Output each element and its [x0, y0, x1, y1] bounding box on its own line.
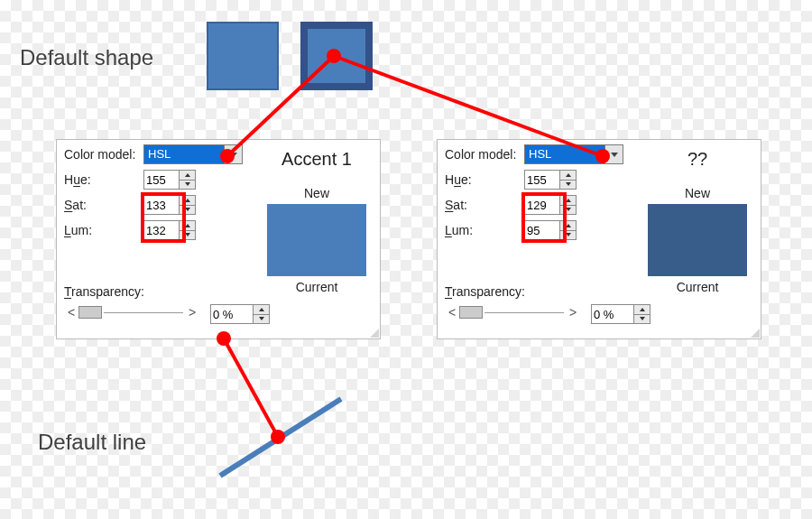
highlight-box-left — [141, 192, 186, 243]
spin-down[interactable] — [560, 181, 577, 190]
transparency-input[interactable] — [591, 304, 634, 324]
new-color-swatch — [648, 204, 747, 276]
lum-label: Lum: — [445, 223, 524, 237]
color-model-label: Color model: — [445, 147, 524, 162]
svg-line-5 — [224, 338, 278, 437]
color-dialog-right: Color model: HSL Hue: Sat: Lum: Transpar… — [437, 139, 761, 339]
lum-label: Lum: — [64, 223, 143, 237]
shape-outline-swatch — [300, 22, 373, 90]
transparency-label: Transparency: — [445, 284, 524, 299]
spin-up[interactable] — [634, 304, 651, 315]
spin-up[interactable] — [560, 170, 577, 181]
spin-down[interactable] — [634, 315, 651, 325]
slider-left-cap[interactable]: < — [64, 305, 78, 320]
slider-right-cap[interactable]: > — [566, 305, 580, 320]
svg-point-6 — [271, 430, 285, 444]
slider-thumb[interactable] — [78, 306, 102, 319]
color-model-select[interactable]: HSL — [524, 144, 623, 164]
current-label: Current — [263, 280, 371, 294]
hue-label: Hue: — [445, 172, 524, 187]
chevron-down-icon — [230, 153, 237, 157]
transparency-spinner[interactable] — [591, 304, 651, 324]
slider-thumb[interactable] — [459, 306, 483, 319]
current-label: Current — [643, 280, 752, 294]
default-line-label: Default line — [38, 430, 146, 455]
sat-label: Sat: — [445, 198, 524, 212]
preview-title: Accent 1 — [263, 149, 371, 170]
spin-up[interactable] — [180, 170, 196, 181]
spin-down[interactable] — [254, 315, 270, 325]
slider-left-cap[interactable]: < — [445, 305, 459, 320]
preview-panel: Accent 1 New Current — [263, 149, 371, 298]
hue-spinner[interactable] — [524, 170, 577, 190]
transparency-slider[interactable]: < > — [64, 304, 199, 320]
spin-up[interactable] — [254, 304, 270, 315]
sat-label: Sat: — [64, 198, 143, 212]
dropdown-button[interactable] — [605, 144, 623, 164]
default-shape-label: Default shape — [20, 45, 153, 70]
transparency-label: Transparency: — [64, 284, 143, 299]
color-model-select[interactable]: HSL — [143, 144, 243, 164]
new-color-swatch — [267, 204, 366, 276]
transparency-slider[interactable]: < > — [445, 304, 580, 320]
slider-right-cap[interactable]: > — [185, 305, 199, 320]
transparency-spinner[interactable] — [210, 304, 270, 324]
new-label: New — [643, 186, 752, 200]
highlight-box-right — [521, 192, 567, 243]
shape-fill-swatch — [207, 22, 279, 90]
color-model-value: HSL — [524, 144, 605, 164]
color-model-label: Color model: — [64, 147, 143, 162]
hue-input[interactable] — [143, 170, 180, 190]
preview-panel: ?? New Current — [643, 149, 752, 298]
transparency-input[interactable] — [210, 304, 254, 324]
new-label: New — [263, 186, 371, 200]
color-dialog-left: Color model: HSL Hue: Sat: Lum: Transpar… — [56, 139, 381, 339]
color-model-value: HSL — [143, 144, 225, 164]
preview-title: ?? — [643, 149, 752, 170]
spin-down[interactable] — [180, 181, 196, 190]
default-line-sample — [220, 399, 341, 476]
chevron-down-icon — [611, 153, 618, 157]
hue-input[interactable] — [524, 170, 560, 190]
hue-label: Hue: — [64, 172, 143, 187]
hue-spinner[interactable] — [143, 170, 196, 190]
dropdown-button[interactable] — [225, 144, 243, 164]
